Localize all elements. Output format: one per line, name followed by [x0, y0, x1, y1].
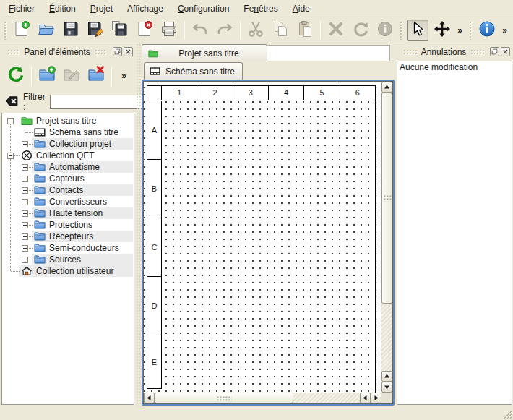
vertical-scrollbar[interactable]	[381, 82, 392, 393]
scroll-up-button-2[interactable]	[381, 371, 392, 382]
toolbar-handle[interactable]	[469, 21, 473, 40]
tree-guide-line	[25, 132, 33, 133]
folder-blue-icon	[34, 138, 46, 150]
tree-item-label: Haute tension	[49, 208, 103, 218]
grid-corner-cell	[147, 86, 162, 100]
undo-list-item[interactable]: Aucune modification	[397, 61, 512, 73]
file-toolbar-group	[1, 17, 397, 43]
scroll-left-button[interactable]	[144, 393, 155, 403]
tab-diagram[interactable]: Schéma sans titre	[144, 62, 243, 80]
save-icon	[62, 20, 79, 40]
menu-edition[interactable]: Édition	[42, 1, 83, 16]
save-all-button[interactable]	[109, 20, 131, 41]
expand-icon[interactable]	[22, 199, 28, 205]
horizontal-scrollbar-track[interactable]	[293, 393, 360, 403]
elements-panel-title: Panel d'éléments	[24, 47, 90, 57]
delete-category-button[interactable]	[85, 65, 107, 87]
diagram-tab-label: Schéma sans titre	[165, 67, 235, 77]
open-file-icon	[38, 20, 55, 40]
tree-item-label: Collection utilisateur	[36, 266, 113, 276]
reload-collections-button[interactable]	[5, 65, 27, 87]
menu-affichage[interactable]: Affichage	[120, 1, 171, 16]
menu-projet[interactable]: Projet	[83, 1, 120, 16]
save-button[interactable]	[60, 20, 82, 41]
clear-filter-button[interactable]	[4, 94, 19, 110]
print-button[interactable]	[158, 20, 180, 41]
diagram-tabbar: Schéma sans titre	[142, 61, 395, 80]
size-grip[interactable]	[502, 409, 512, 419]
new-project-button[interactable]	[11, 20, 33, 41]
undo-button	[189, 20, 211, 41]
scroll-down-button[interactable]	[381, 382, 392, 393]
collapse-icon[interactable]	[7, 118, 14, 124]
collapse-icon[interactable]	[7, 153, 14, 159]
scroll-up-button[interactable]	[381, 82, 392, 93]
tree-item-label: Capteurs	[49, 173, 85, 184]
scroll-left-button-2[interactable]	[360, 393, 371, 403]
toolbar-handle[interactable]	[400, 21, 403, 40]
thumb-grip	[383, 195, 391, 202]
save-as-button[interactable]	[85, 20, 106, 41]
tab-project[interactable]: Projet sans titre	[142, 44, 267, 61]
vertical-scrollbar-track[interactable]	[381, 304, 392, 371]
expand-icon[interactable]	[22, 233, 28, 240]
toolbar-overflow-button[interactable]: »	[454, 20, 465, 41]
scroll-right-button[interactable]	[371, 393, 381, 403]
toolbar-overflow-button[interactable]: »	[499, 20, 510, 41]
close-panel-button[interactable]	[501, 47, 510, 56]
row-header-D: D	[147, 277, 161, 335]
about-qet-button[interactable]	[476, 20, 498, 41]
arrow-left-icon	[146, 395, 152, 401]
tree-item-collection-utilisateur[interactable]: Collection utilisateur	[2, 265, 133, 277]
print-icon	[160, 20, 178, 40]
expand-icon[interactable]	[22, 164, 28, 171]
close-project-button[interactable]	[134, 20, 155, 41]
row-header-B: B	[147, 160, 161, 218]
menu-fichier[interactable]: Fichier	[1, 1, 42, 16]
pan-mode-button[interactable]	[431, 20, 453, 41]
menu-configuration[interactable]: Configuration	[171, 1, 236, 16]
expand-icon[interactable]	[22, 176, 28, 182]
close-file-icon	[136, 20, 153, 40]
float-panel-button[interactable]	[490, 47, 499, 56]
home-icon	[21, 265, 33, 277]
new-file-icon	[13, 20, 30, 40]
menu-aide[interactable]: Aide	[285, 1, 317, 16]
toolbar-handle[interactable]	[4, 21, 7, 40]
close-panel-button[interactable]	[124, 47, 133, 56]
project-tabbar: Projet sans titre	[142, 43, 395, 61]
elements-panel-toolbar: »	[0, 60, 136, 91]
diagram-canvas[interactable]: 123456 ABCDE	[144, 82, 381, 393]
folder-green-icon	[21, 115, 33, 127]
float-panel-button[interactable]	[113, 47, 122, 56]
tree-item-sch-ma-sans-titre[interactable]: Schéma sans titre	[2, 127, 133, 138]
tree-item-collection-qet[interactable]: Collection QET	[2, 150, 133, 161]
left-splitter[interactable]	[136, 43, 142, 406]
menu-fenetres[interactable]: Fenêtres	[236, 1, 285, 16]
expand-icon[interactable]	[22, 187, 28, 194]
info-blue-icon	[478, 20, 496, 40]
qelectrotech-window: FichierÉditionProjetAffichageConfigurati…	[0, 0, 513, 420]
dock-title-texture	[403, 49, 417, 55]
expand-icon[interactable]	[22, 245, 28, 252]
schema-icon	[34, 127, 46, 138]
undo-history-list[interactable]: Aucune modification	[397, 61, 512, 405]
expand-icon[interactable]	[22, 141, 28, 147]
tree-item-projet-sans-titre[interactable]: Projet sans titre	[2, 115, 133, 127]
open-project-button[interactable]	[35, 20, 57, 41]
folder-blue-icon	[34, 161, 46, 173]
horizontal-scrollbar[interactable]	[144, 393, 381, 403]
expand-icon[interactable]	[22, 210, 28, 217]
new-category-button[interactable]	[36, 65, 58, 87]
paste-icon	[296, 20, 314, 40]
expand-icon[interactable]	[22, 222, 28, 228]
horizontal-scrollbar-thumb[interactable]	[155, 393, 293, 403]
toolbar-overflow-button[interactable]: »	[118, 65, 129, 87]
tree-item-label: Collection projet	[49, 139, 111, 149]
qet-logo-icon	[21, 150, 33, 161]
info-gray-icon	[376, 20, 394, 40]
elements-tree[interactable]: Projet sans titreSchéma sans titreCollec…	[1, 113, 134, 405]
select-mode-button[interactable]	[407, 20, 428, 41]
expand-icon[interactable]	[22, 257, 28, 263]
vertical-scrollbar-thumb[interactable]	[381, 93, 392, 304]
